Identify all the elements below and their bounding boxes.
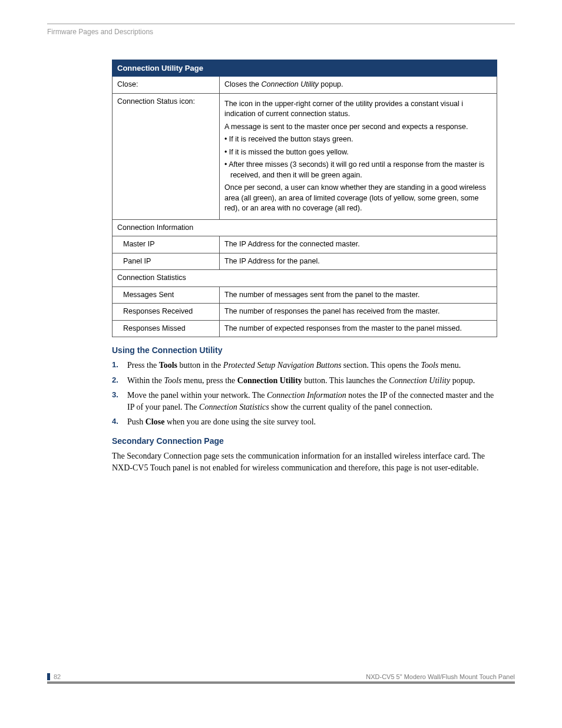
text: when you are done using the site survey … (164, 417, 316, 426)
row-desc: The icon in the upper-right corner of th… (220, 93, 497, 219)
text: popup. (450, 376, 475, 385)
table-row: Panel IP The IP Address for the panel. (113, 253, 497, 270)
table-row: Connection Statistics (113, 270, 497, 287)
content-area: Connection Utility Page Close: Closes th… (112, 60, 497, 473)
section-heading-secondary: Secondary Connection Page (112, 436, 497, 446)
text-bold: Close (146, 417, 165, 426)
text-bold: Tools (159, 361, 177, 370)
row-desc: Closes the Connection Utility popup. (220, 77, 497, 94)
text: A message is sent to the master once per… (224, 122, 492, 133)
list-item: 4. Push Close when you are done using th… (112, 416, 497, 428)
text: Move the panel within your network. The (127, 391, 267, 400)
row-label: Responses Missed (113, 320, 220, 337)
header-breadcrumb: Firmware Pages and Descriptions (47, 28, 515, 36)
section-heading-using: Using the Connection Utility (112, 345, 497, 355)
connection-utility-table: Connection Utility Page Close: Closes th… (112, 60, 497, 337)
text: button in the (177, 361, 223, 370)
row-label: Panel IP (113, 253, 220, 270)
table-row: Responses Missed The number of expected … (113, 320, 497, 337)
text: button. This launches the (302, 376, 389, 385)
table-row: Close: Closes the Connection Utility pop… (113, 77, 497, 94)
footer-title: NXD-CV5 5" Modero Wall/Flush Mount Touch… (366, 673, 515, 680)
table-row: Messages Sent The number of messages sen… (113, 286, 497, 304)
bullet-item: If it is missed the button goes yellow. (224, 147, 492, 158)
row-label: Connection Status icon: (113, 93, 220, 219)
table-title: Connection Utility Page (113, 60, 497, 77)
text: Once per second, a user can know whether… (224, 183, 492, 214)
text-bold: Connection Utility (237, 376, 302, 385)
step-number: 3. (112, 390, 118, 400)
text: Within the (127, 376, 164, 385)
text: Closes the (224, 80, 262, 88)
page-number: 82 (47, 673, 61, 680)
row-label: Responses Received (113, 304, 220, 321)
row-desc: The number of expected responses from th… (220, 320, 497, 337)
table-row: Master IP The IP Address for the connect… (113, 236, 497, 253)
row-desc: The IP Address for the connected master. (220, 236, 497, 253)
text-italic: Connection Information (267, 391, 346, 400)
text: Push (127, 417, 146, 426)
row-label: Messages Sent (113, 286, 220, 304)
text-italic: Connection Statistics (199, 403, 269, 411)
row-desc: The number of responses the panel has re… (220, 304, 497, 321)
list-item: 1. Press the Tools button in the Protect… (112, 360, 497, 371)
page: Firmware Pages and Descriptions Connecti… (0, 0, 562, 701)
step-number: 2. (112, 375, 118, 386)
section-header: Connection Information (113, 219, 497, 236)
steps-list: 1. Press the Tools button in the Protect… (112, 360, 497, 428)
table-row: Responses Received The number of respons… (113, 304, 497, 321)
body-paragraph: The Secondary Connection page sets the c… (112, 450, 497, 473)
row-desc: The IP Address for the panel. (220, 253, 497, 270)
header-rule (47, 24, 515, 24)
text: After three misses (3 seconds) it will g… (229, 160, 484, 179)
table-row: Connection Information (113, 219, 497, 236)
text-italic: Connection Utility (262, 80, 319, 88)
list-item: 2. Within the Tools menu, press the Conn… (112, 375, 497, 387)
text: Press the (127, 361, 159, 370)
bullet-item: After three misses (3 seconds) it will g… (224, 160, 492, 180)
row-label: Close: (113, 77, 220, 94)
step-number: 1. (112, 360, 118, 370)
footer-line: 82 NXD-CV5 5" Modero Wall/Flush Mount To… (47, 673, 515, 684)
text-italic: Protected Setup Navigation Buttons (223, 361, 342, 370)
text-italic: Tools (164, 376, 181, 385)
text: section. This opens the (341, 361, 421, 370)
footer: 82 NXD-CV5 5" Modero Wall/Flush Mount To… (47, 673, 515, 684)
text: show the current quality of the panel co… (269, 403, 432, 411)
step-number: 4. (112, 416, 118, 427)
table-row: Connection Status icon: The icon in the … (113, 93, 497, 219)
text-italic: Connection Utility (389, 376, 450, 385)
text: popup. (319, 80, 343, 88)
text: The icon in the upper-right corner of th… (224, 99, 492, 120)
text: menu. (438, 361, 461, 370)
bullet-item: If it is received the button stays green… (224, 134, 492, 145)
list-item: 3. Move the panel within your network. T… (112, 390, 497, 413)
text-italic: Tools (421, 361, 438, 370)
text: menu, press the (181, 376, 237, 385)
section-header: Connection Statistics (113, 270, 497, 287)
row-label: Master IP (113, 236, 220, 253)
row-desc: The number of messages sent from the pan… (220, 286, 497, 304)
